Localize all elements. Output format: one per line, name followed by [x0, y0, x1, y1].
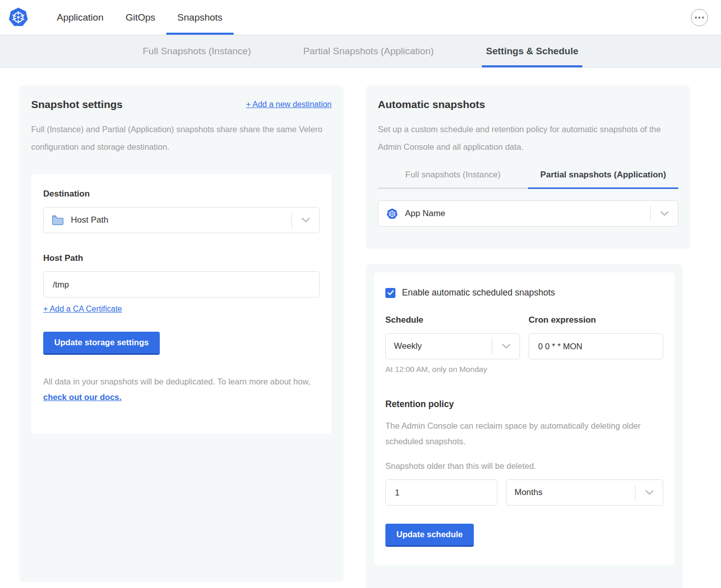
schedule-interval-value: Weekly: [394, 341, 422, 351]
kubernetes-logo-icon: [8, 7, 29, 28]
schedule-label: Schedule: [385, 315, 520, 325]
chevron-down-icon: [502, 344, 510, 349]
nav-tab-snapshots[interactable]: Snapshots: [166, 0, 234, 35]
automatic-snapshots-title: Automatic snapshots: [378, 99, 678, 111]
app-select[interactable]: App Name: [378, 201, 678, 227]
retention-unit-select[interactable]: Months: [506, 479, 663, 506]
automatic-snapshots-description: Set up a custom schedule and retention p…: [378, 121, 678, 156]
tab-partial-snapshots-application[interactable]: Partial snapshots (Application): [528, 170, 678, 189]
retention-value-input[interactable]: [385, 479, 497, 506]
right-column: Automatic snapshots Set up a custom sche…: [366, 85, 690, 588]
snapshot-type-tabs: Full snapshots (Instance) Partial snapsh…: [378, 170, 678, 189]
destination-label: Destination: [43, 189, 320, 199]
chevron-down-icon: [660, 211, 669, 216]
main-nav-tabs: Application GitOps Snapshots: [46, 0, 234, 35]
top-nav: Application GitOps Snapshots: [0, 0, 721, 35]
schedule-panel: Enable automatic scheduled snapshots Sch…: [374, 272, 675, 565]
host-path-input[interactable]: [43, 271, 320, 298]
subnav-item-settings-schedule[interactable]: Settings & Schedule: [482, 35, 582, 67]
automatic-snapshots-card: Automatic snapshots Set up a custom sche…: [366, 85, 690, 249]
update-schedule-button[interactable]: Update schedule: [385, 524, 474, 547]
chevron-down-icon: [301, 218, 310, 223]
snapshot-settings-description: Full (Instance) and Partial (Application…: [31, 121, 332, 156]
subnav-item-partial-snapshots[interactable]: Partial Snapshots (Application): [299, 35, 438, 67]
tab-full-snapshots-instance[interactable]: Full snapshots (Instance): [378, 170, 528, 189]
dedup-note-text: All data in your snapshots will be dedup…: [43, 377, 311, 386]
retention-hint: Snapshots older than this will be delete…: [385, 461, 663, 471]
check-icon: [387, 290, 394, 296]
cron-human-readable: At 12:00 AM, only on Monday: [385, 365, 520, 374]
cron-expression-label: Cron expression: [529, 315, 663, 325]
folder-icon: [52, 215, 64, 225]
schedule-card: Enable automatic scheduled snapshots Sch…: [366, 264, 683, 588]
overflow-menu-button[interactable]: [691, 9, 708, 26]
docs-link[interactable]: check out our docs.: [43, 393, 122, 402]
snapshots-subnav: Full Snapshots (Instance) Partial Snapsh…: [0, 35, 721, 68]
ellipsis-icon: [695, 17, 697, 19]
snapshot-settings-card: Snapshot settings + Add a new destinatio…: [19, 85, 344, 582]
nav-tab-application[interactable]: Application: [46, 0, 115, 35]
dedup-note: All data in your snapshots will be dedup…: [43, 374, 320, 405]
add-ca-certificate-link[interactable]: + Add a CA Certificate: [43, 305, 122, 313]
kubernetes-logo: [8, 0, 29, 35]
app-select-value: App Name: [405, 209, 445, 219]
host-path-label: Host Path: [43, 253, 320, 263]
update-storage-settings-button[interactable]: Update storage settings: [43, 332, 160, 355]
schedule-interval-select[interactable]: Weekly: [385, 333, 520, 359]
destination-select[interactable]: Host Path: [43, 207, 320, 233]
cron-expression-input[interactable]: [529, 333, 663, 359]
destination-select-value: Host Path: [71, 215, 109, 225]
enable-snapshots-label[interactable]: Enable automatic scheduled snapshots: [402, 287, 555, 298]
subnav-item-full-snapshots[interactable]: Full Snapshots (Instance): [139, 35, 255, 67]
retention-unit-value: Months: [514, 487, 543, 498]
enable-snapshots-checkbox[interactable]: [385, 288, 395, 298]
add-new-destination-link[interactable]: + Add a new destination: [246, 100, 332, 109]
snapshot-settings-title: Snapshot settings: [31, 99, 123, 111]
main-content: Snapshot settings + Add a new destinatio…: [0, 68, 721, 588]
storage-settings-panel: Destination Host Path Host Path: [31, 174, 332, 434]
chevron-down-icon: [645, 490, 654, 495]
retention-policy-title: Retention policy: [385, 399, 663, 410]
app-kubernetes-icon: [386, 208, 398, 220]
retention-policy-description: The Admin Console can reclaim space by a…: [385, 418, 663, 449]
nav-tab-gitops[interactable]: GitOps: [115, 0, 166, 35]
